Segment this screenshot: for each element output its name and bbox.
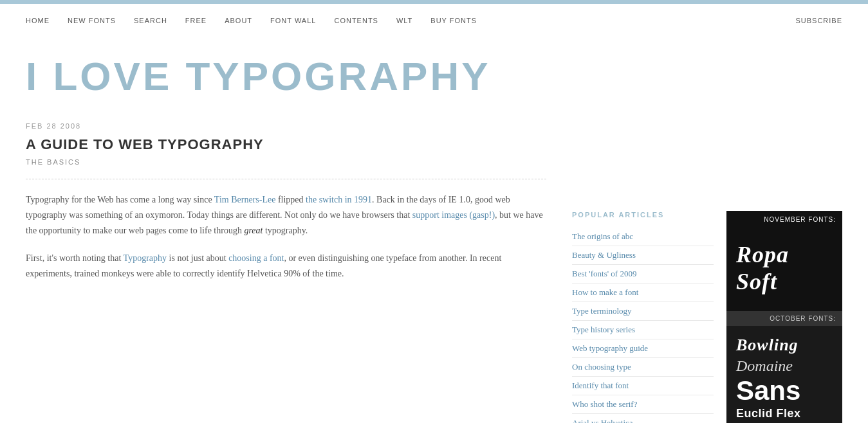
popular-articles-title: POPULAR ARTICLES xyxy=(572,204,714,219)
nav-links: HOME NEW FONTS SEARCH FREE ABOUT FONT WA… xyxy=(26,17,477,24)
nav-wlt[interactable]: WLT xyxy=(396,17,412,24)
main-container: I LOVE TYPOGRAPHY FEB 28 2008 A GUIDE TO… xyxy=(0,37,868,423)
nav-font-wall[interactable]: FONT WALL xyxy=(270,17,316,24)
popular-link-2[interactable]: Best 'fonts' of 2009 xyxy=(572,265,714,284)
nav-new-fonts[interactable]: NEW FONTS xyxy=(68,17,116,24)
ad-widget: NOVEMBER FONTS: Ropa Soft OCTOBER FONTS:… xyxy=(726,211,842,423)
choosing-font-link[interactable]: choosing a font xyxy=(228,253,284,263)
popular-link-5[interactable]: Type history series xyxy=(572,321,714,339)
nav-free[interactable]: FREE xyxy=(185,17,207,24)
ad-fonts-block: Bowling Domaine Sans Euclid Flex Voltage xyxy=(726,326,842,423)
popular-link-6[interactable]: Web typography guide xyxy=(572,339,714,358)
nav-buy-fonts[interactable]: BUY FONTS xyxy=(430,17,477,24)
popular-link-3[interactable]: How to make a font xyxy=(572,284,714,302)
main-nav: HOME NEW FONTS SEARCH FREE ABOUT FONT WA… xyxy=(0,4,868,37)
right-area: POPULAR ARTICLES The origins of abc Beau… xyxy=(572,37,842,423)
nav-about[interactable]: ABOUT xyxy=(225,17,252,24)
ad-domaine[interactable]: Domaine xyxy=(736,357,833,375)
nav-search[interactable]: SEARCH xyxy=(134,17,167,24)
ad-october-label: OCTOBER FONTS: xyxy=(726,311,842,326)
site-title: I LOVE TYPOGRAPHY xyxy=(26,37,546,122)
article-paragraph-2: First, it's worth noting that Typography… xyxy=(26,251,546,282)
ad-bowling[interactable]: Bowling xyxy=(736,336,833,355)
article-subtitle: THE BASICS xyxy=(26,158,546,179)
ad-ropa-soft[interactable]: Ropa Soft xyxy=(726,228,842,311)
nav-subscribe: SUBSCRIBE xyxy=(795,15,842,26)
nav-home[interactable]: HOME xyxy=(26,17,50,24)
popular-link-7[interactable]: On choosing type xyxy=(572,358,714,377)
nav-contents[interactable]: CONTENTS xyxy=(334,17,378,24)
popular-articles-section: POPULAR ARTICLES The origins of abc Beau… xyxy=(572,204,714,423)
popular-link-9[interactable]: Who shot the serif? xyxy=(572,395,714,414)
article-date: FEB 28 2008 xyxy=(26,122,546,130)
support-images-link[interactable]: support images (gasp!) xyxy=(412,210,495,220)
popular-link-4[interactable]: Type terminology xyxy=(572,302,714,321)
popular-link-1[interactable]: Beauty & Ugliness xyxy=(572,246,714,265)
content-area: I LOVE TYPOGRAPHY FEB 28 2008 A GUIDE TO… xyxy=(26,37,572,423)
ad-november-label: NOVEMBER FONTS: xyxy=(726,211,842,228)
tim-berners-lee-link[interactable]: Tim Berners-Lee xyxy=(214,195,276,204)
article-paragraph-1: Typography for the Web has come a long w… xyxy=(26,192,546,238)
popular-link-10[interactable]: Arial vs Helvetica xyxy=(572,414,714,423)
article-body: Typography for the Web has come a long w… xyxy=(26,192,546,282)
switch-link[interactable]: the switch in 1991 xyxy=(306,195,372,204)
article-title: A GUIDE TO WEB TYPOGRAPHY xyxy=(26,136,546,153)
ad-euclid[interactable]: Euclid Flex xyxy=(736,407,833,420)
ad-sans[interactable]: Sans xyxy=(736,377,833,404)
sidebar: POPULAR ARTICLES The origins of abc Beau… xyxy=(572,204,714,423)
popular-link-8[interactable]: Identify that font xyxy=(572,377,714,395)
typography-link[interactable]: Typography xyxy=(124,253,167,263)
popular-link-0[interactable]: The origins of abc xyxy=(572,228,714,246)
subscribe-link[interactable]: SUBSCRIBE xyxy=(795,17,842,24)
right-inner: POPULAR ARTICLES The origins of abc Beau… xyxy=(572,204,842,423)
